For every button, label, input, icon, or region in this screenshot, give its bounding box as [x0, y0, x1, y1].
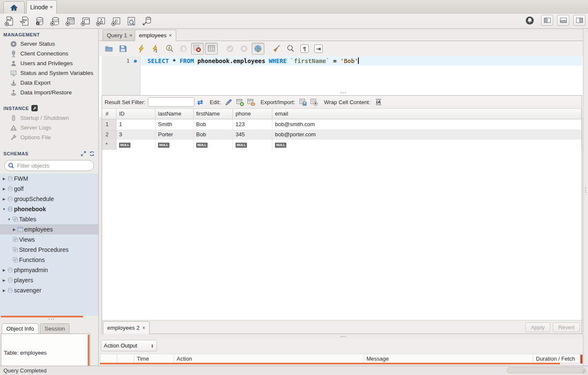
right-panel-strip[interactable]: [583, 29, 588, 366]
reconnect-database-button[interactable]: [139, 15, 154, 28]
cell[interactable]: 1: [116, 119, 155, 130]
toggle-bottom-panel-button[interactable]: [557, 15, 569, 26]
result-filter-input[interactable]: [148, 97, 194, 107]
column-header[interactable]: ID: [116, 109, 155, 119]
table-row[interactable]: 1 1 Smith Bob 123 bob@smith.com: [102, 119, 582, 130]
toggle-word-wrap-button[interactable]: ⇥: [312, 43, 325, 55]
cell[interactable]: 3: [116, 130, 155, 140]
execute-query-button[interactable]: [135, 43, 148, 55]
sidebar-item-startup-shutdown[interactable]: Startup / Shutdown: [0, 113, 98, 123]
tree-item-tables[interactable]: ▼Tables: [0, 214, 98, 224]
cell[interactable]: NULL: [194, 140, 233, 150]
create-schema-button[interactable]: [47, 15, 63, 28]
column-header[interactable]: email: [272, 109, 582, 119]
cell[interactable]: bob@smith.com: [272, 119, 582, 130]
cell[interactable]: NULL: [233, 140, 272, 150]
tree-item-scavenger[interactable]: ▶scavenger: [0, 285, 98, 295]
notifications-icon[interactable]: [525, 16, 535, 25]
cell[interactable]: 123: [233, 119, 272, 130]
tree-item-players[interactable]: ▶players: [0, 275, 98, 285]
expand-schemas-icon[interactable]: [80, 151, 86, 157]
column-header[interactable]: Time: [134, 354, 174, 363]
cell[interactable]: NULL: [272, 140, 582, 150]
sidebar-item-options-file[interactable]: Options File: [0, 132, 98, 142]
row-number[interactable]: 2: [102, 130, 116, 140]
tab-object-info[interactable]: Object Info: [2, 323, 39, 334]
create-procedure-button[interactable]: [93, 15, 108, 28]
bottom-horizontal-scrollbar[interactable]: [507, 367, 585, 373]
sidebar-item-server-logs[interactable]: Server Logs: [0, 123, 98, 132]
cell[interactable]: bob@porter.com: [272, 130, 582, 140]
tree-item-views[interactable]: Views: [0, 234, 98, 245]
search-table-data-button[interactable]: [124, 15, 139, 28]
cell[interactable]: Smith: [155, 119, 194, 130]
close-tab-icon[interactable]: ×: [129, 32, 133, 39]
limit-rows-button[interactable]: [205, 43, 218, 55]
tree-item-phpmyadmin[interactable]: ▶phpmyadmin: [0, 265, 98, 275]
cell[interactable]: Bob: [194, 130, 233, 140]
tree-item-employees[interactable]: ▶employees: [0, 224, 98, 234]
cell[interactable]: NULL: [116, 140, 155, 150]
column-header[interactable]: Message: [364, 354, 533, 363]
sidebar-item-system-variables[interactable]: Status and System Variables: [0, 68, 98, 78]
find-button[interactable]: [284, 43, 297, 55]
editor-result-splitter[interactable]: [99, 90, 583, 95]
tree-item-golf[interactable]: ▶golf: [0, 184, 98, 194]
column-header[interactable]: phone: [233, 109, 272, 119]
insert-row-icon[interactable]: [234, 97, 245, 107]
column-header[interactable]: Duration / Fetch: [533, 354, 580, 363]
delete-row-icon[interactable]: [245, 97, 256, 107]
wrap-cell-content-icon[interactable]: IA: [373, 97, 384, 107]
tab-employees-2[interactable]: employees 2 ×: [103, 321, 150, 334]
beautify-script-button[interactable]: [270, 43, 283, 55]
toggle-right-sidebar-button[interactable]: [573, 15, 585, 26]
revert-button[interactable]: Revert: [553, 323, 580, 332]
cell[interactable]: 345: [233, 130, 272, 140]
sidebar-splitter-grip[interactable]: [49, 319, 50, 320]
sidebar-item-client-connections[interactable]: Client Connections: [0, 49, 98, 58]
inspect-database-button[interactable]: i: [32, 15, 47, 28]
cell[interactable]: Bob: [194, 119, 233, 130]
sidebar-item-server-status[interactable]: Server Status: [0, 39, 98, 49]
tree-item-stored-procedures[interactable]: Stored Procedures: [0, 245, 98, 255]
save-script-button[interactable]: [116, 43, 129, 55]
tree-item-fwm[interactable]: ▶FWM: [0, 174, 98, 184]
toggle-stop-on-error-button[interactable]: [191, 43, 204, 55]
result-output-splitter[interactable]: [99, 334, 583, 339]
sidebar-item-data-export[interactable]: Data Export: [0, 78, 98, 88]
close-tab-icon[interactable]: ×: [50, 4, 53, 10]
tree-item-functions[interactable]: Functions: [0, 255, 98, 265]
show-invisibles-button[interactable]: ¶: [298, 43, 311, 55]
export-recordset-icon[interactable]: [298, 97, 309, 107]
edit-record-icon[interactable]: [223, 97, 234, 107]
refresh-result-icon[interactable]: ⇄: [194, 97, 205, 107]
output-horizontal-scrollbar[interactable]: [100, 363, 560, 364]
sidebar-item-data-import[interactable]: Data Import/Restore: [0, 88, 98, 97]
execute-current-statement-button[interactable]: [149, 43, 162, 55]
tab-query-1[interactable]: Query 1 ×: [103, 30, 137, 41]
close-tab-icon[interactable]: ×: [142, 325, 146, 331]
sql-statement[interactable]: SELECT * FROM phonebook.employees WHERE …: [147, 56, 359, 66]
column-header[interactable]: firstName: [194, 109, 233, 119]
explain-query-button[interactable]: [163, 43, 176, 55]
new-query-tab-button[interactable]: SQL: [2, 15, 17, 28]
close-tab-icon[interactable]: ×: [169, 32, 172, 39]
schema-filter-input[interactable]: [17, 163, 92, 169]
connection-tab-linode[interactable]: Linode ×: [26, 0, 57, 14]
import-recordset-icon[interactable]: [309, 97, 320, 107]
create-table-button[interactable]: [63, 15, 78, 28]
apply-button[interactable]: Apply: [525, 323, 550, 332]
home-tab[interactable]: [3, 1, 25, 14]
tab-employees[interactable]: employees ×: [135, 30, 176, 41]
row-number[interactable]: 1: [102, 119, 116, 130]
cell[interactable]: Porter: [155, 130, 194, 140]
column-header[interactable]: #: [102, 109, 116, 119]
output-view-selector[interactable]: Action Output ▲▼: [101, 340, 157, 351]
create-view-button[interactable]: [78, 15, 93, 28]
new-row[interactable]: * NULL NULL NULL NULL NULL: [102, 140, 582, 150]
resize-grip[interactable]: [582, 369, 587, 374]
open-sql-script-button[interactable]: SQL: [17, 15, 32, 28]
tree-item-groupschedule[interactable]: ▶groupSchedule: [0, 194, 98, 204]
tab-session[interactable]: Session: [40, 323, 69, 334]
create-function-button[interactable]: f(): [108, 15, 124, 28]
